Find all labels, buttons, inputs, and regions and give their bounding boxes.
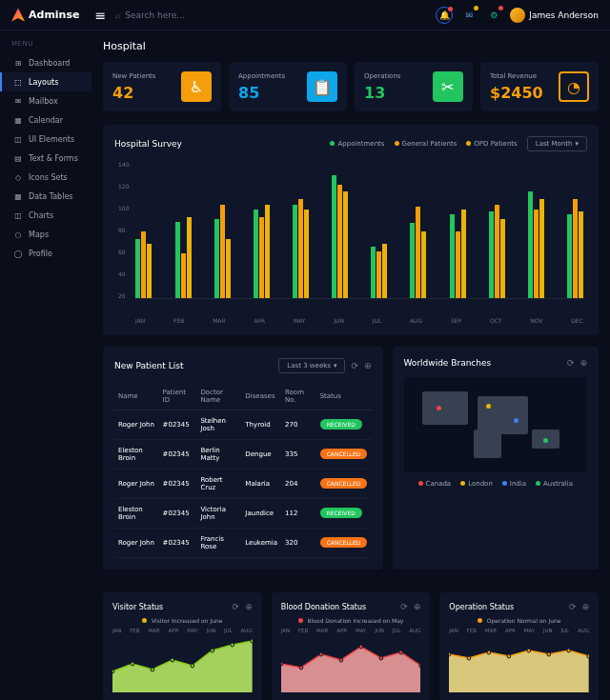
sidebar-item-maps[interactable]: ○Maps bbox=[0, 225, 92, 244]
table-row[interactable]: Eleston Broin#02345Victoria JohnJaundice… bbox=[114, 499, 372, 529]
bar bbox=[579, 211, 583, 298]
avatar bbox=[510, 8, 525, 23]
stat-card[interactable]: Operations13✂ bbox=[355, 62, 473, 111]
sidebar-item-profile[interactable]: ◯Profile bbox=[0, 244, 92, 263]
svg-point-1 bbox=[131, 662, 134, 666]
bar bbox=[181, 253, 186, 298]
bar bbox=[567, 214, 572, 298]
svg-point-13 bbox=[379, 656, 383, 660]
hamburger-icon[interactable]: ≡ bbox=[94, 8, 106, 23]
bar bbox=[573, 199, 578, 298]
refresh-icon[interactable]: ⟳ bbox=[567, 358, 575, 368]
bar bbox=[135, 239, 140, 298]
table-row[interactable]: Roger John#02345Francis RoseLeukemia320C… bbox=[114, 529, 372, 558]
search-placeholder: Search here... bbox=[125, 10, 185, 20]
card-icon: ♿ bbox=[181, 71, 212, 102]
world-map[interactable] bbox=[404, 377, 588, 472]
survey-legend: Appointments General Patients OPD Patien… bbox=[330, 136, 587, 151]
settings-icon[interactable]: ⚙ bbox=[485, 7, 502, 24]
menu-icon: ▦ bbox=[13, 191, 23, 201]
survey-dropdown[interactable]: Last Month▾ bbox=[527, 136, 587, 151]
bar bbox=[304, 210, 309, 298]
svg-point-15 bbox=[419, 664, 421, 668]
bar bbox=[495, 205, 499, 298]
menu-icon: ▤ bbox=[13, 153, 23, 163]
chevron-down-icon: ▾ bbox=[575, 140, 579, 148]
top-bar: Adminse ≡ ⌕ Search here... 🔔 ✉ ⚙ James A… bbox=[0, 0, 610, 30]
refresh-icon[interactable]: ⟳ bbox=[351, 361, 358, 370]
sidebar-item-charts[interactable]: ◫Charts bbox=[0, 206, 92, 225]
bar bbox=[500, 219, 505, 298]
notifications-icon[interactable]: 🔔 bbox=[436, 7, 453, 24]
more-icon[interactable]: ⊕ bbox=[580, 358, 587, 368]
sidebar-item-calendar[interactable]: ▦Calendar bbox=[0, 110, 92, 130]
bar bbox=[254, 210, 258, 298]
content: Hospital New Patients42♿Appointments85📋O… bbox=[92, 30, 610, 700]
status-badge: RECEIVED bbox=[320, 419, 362, 430]
patient-list-panel: New Patient List Last 3 weeks▾ ⟳⊕ NamePa… bbox=[103, 347, 383, 570]
page-title: Hospital bbox=[103, 40, 599, 52]
svg-point-4 bbox=[191, 664, 194, 668]
sidebar-item-data-tables[interactable]: ▦Data Tables bbox=[0, 187, 92, 206]
bar bbox=[226, 239, 231, 298]
logo[interactable]: Adminse bbox=[11, 9, 79, 22]
table-row[interactable]: Roger John#02345Robert CruzMalaria204CAN… bbox=[114, 470, 372, 499]
status-badge: CANCELLED bbox=[320, 449, 368, 459]
svg-point-11 bbox=[339, 658, 343, 662]
bar bbox=[421, 231, 426, 298]
menu-icon: ○ bbox=[13, 230, 23, 239]
bar bbox=[265, 205, 270, 298]
more-icon[interactable]: ⊕ bbox=[414, 602, 421, 611]
bar bbox=[259, 217, 264, 298]
survey-title: Hospital Survey bbox=[114, 139, 182, 149]
bar bbox=[332, 175, 336, 298]
messages-icon[interactable]: ✉ bbox=[460, 7, 478, 24]
stat-card[interactable]: Appointments85📋 bbox=[229, 62, 347, 111]
card-icon: ◔ bbox=[559, 71, 589, 102]
bar bbox=[456, 231, 460, 298]
bar bbox=[175, 222, 180, 298]
bar bbox=[214, 219, 219, 298]
svg-point-22 bbox=[567, 649, 571, 652]
mini-chart-panel: Operation Status⟳⊕ Operation Normal on J… bbox=[439, 592, 599, 700]
svg-point-17 bbox=[467, 656, 471, 660]
bar bbox=[147, 244, 152, 298]
stat-card[interactable]: New Patients42♿ bbox=[103, 62, 221, 111]
patient-list-title: New Patient List bbox=[114, 361, 183, 370]
status-badge: CANCELLED bbox=[320, 478, 368, 489]
refresh-icon[interactable]: ⟳ bbox=[569, 602, 577, 611]
more-icon[interactable]: ⊕ bbox=[364, 361, 372, 370]
bar bbox=[141, 231, 146, 298]
menu-header: MENU bbox=[0, 40, 92, 48]
stat-cards: New Patients42♿Appointments85📋Operations… bbox=[103, 62, 599, 111]
more-icon[interactable]: ⊕ bbox=[581, 602, 589, 611]
sidebar-item-mailbox[interactable]: ✉Mailbox bbox=[0, 91, 92, 110]
search-box[interactable]: ⌕ Search here... bbox=[115, 10, 185, 20]
search-icon: ⌕ bbox=[115, 10, 120, 20]
sidebar-item-text-&-forms[interactable]: ▤Text & Forms bbox=[0, 149, 92, 168]
sidebar-item-icons-sets[interactable]: ◇Icons Sets bbox=[0, 168, 92, 187]
patient-dropdown[interactable]: Last 3 weeks▾ bbox=[278, 358, 345, 373]
card-icon: 📋 bbox=[307, 71, 337, 102]
patient-table: NamePatient IDDoctor NameDiseasesRoom No… bbox=[114, 383, 372, 558]
user-menu[interactable]: James Anderson bbox=[510, 8, 599, 23]
more-icon[interactable]: ⊕ bbox=[245, 602, 253, 611]
refresh-icon[interactable]: ⟳ bbox=[400, 602, 408, 611]
sidebar-item-ui-elements[interactable]: ◫UI Elements bbox=[0, 130, 92, 149]
sidebar-item-layouts[interactable]: ⬚Layouts bbox=[0, 72, 92, 91]
bar bbox=[382, 244, 387, 298]
sidebar: MENU ⊞Dashboard⬚Layouts✉Mailbox▦Calendar… bbox=[0, 30, 92, 700]
menu-icon: ⬚ bbox=[13, 77, 23, 87]
svg-point-23 bbox=[587, 654, 589, 658]
bar bbox=[534, 210, 539, 298]
bar bbox=[416, 207, 420, 298]
table-row[interactable]: Eleston Broin#02345Berlin MattyDengue335… bbox=[114, 440, 372, 470]
bar bbox=[371, 247, 376, 298]
menu-icon: ◯ bbox=[13, 249, 23, 258]
stat-card[interactable]: Total Revenue$2450◔ bbox=[480, 62, 599, 111]
bar bbox=[376, 251, 381, 298]
refresh-icon[interactable]: ⟳ bbox=[233, 602, 240, 611]
bar bbox=[528, 191, 533, 298]
table-row[interactable]: Roger John#02345Stelhen JoshThyroid270RE… bbox=[114, 410, 372, 440]
sidebar-item-dashboard[interactable]: ⊞Dashboard bbox=[0, 53, 92, 72]
